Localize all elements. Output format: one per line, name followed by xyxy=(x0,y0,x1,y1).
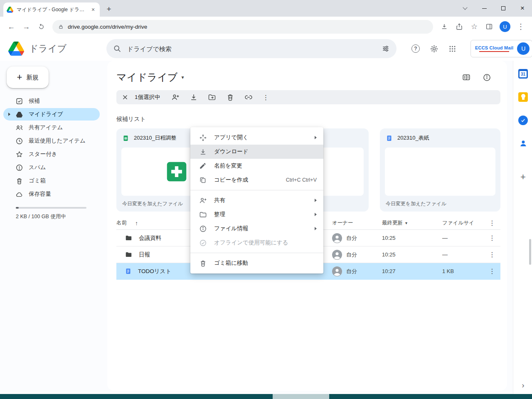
menu-item-file-info[interactable]: ファイル情報 xyxy=(190,222,323,236)
owner-avatar xyxy=(332,266,342,276)
column-header-name[interactable]: 名前 xyxy=(116,219,127,227)
sidebar-item-shared[interactable]: 共有アイテム xyxy=(3,121,100,134)
menu-item-download[interactable]: ダウンロード xyxy=(190,145,323,159)
sidebar-item-spam[interactable]: スパム xyxy=(3,161,100,174)
get-link-icon[interactable] xyxy=(244,93,253,101)
sidebar-item-trash[interactable]: ゴミ箱 xyxy=(3,175,100,187)
menu-divider xyxy=(190,253,323,253)
site-security-icon[interactable] xyxy=(58,24,64,30)
search-icon[interactable] xyxy=(113,44,121,53)
collapse-panel-icon[interactable]: › xyxy=(522,381,525,390)
sort-ascending-icon[interactable]: ↑ xyxy=(135,220,138,227)
recent-clock-icon xyxy=(15,137,23,145)
tasks-icon[interactable] xyxy=(518,116,528,125)
column-header-size[interactable]: ファイルサイ xyxy=(442,219,484,227)
file-size: — xyxy=(442,251,448,258)
menu-item-rename[interactable]: 名前を変更 xyxy=(190,159,323,173)
window-close-button[interactable]: × xyxy=(513,0,532,17)
owner-name: 自分 xyxy=(346,234,357,242)
tab-search-icon[interactable] xyxy=(456,0,475,17)
share-add-person-icon[interactable] xyxy=(171,93,180,101)
column-header-owner[interactable]: オーナー xyxy=(332,219,382,227)
expand-arrow-icon[interactable] xyxy=(8,113,10,116)
tab-title: マイドライブ - Google ドライブ xyxy=(17,6,86,13)
search-options-icon[interactable] xyxy=(382,44,390,53)
clear-selection-icon[interactable] xyxy=(121,94,129,101)
window-minimize-button[interactable] xyxy=(475,0,494,17)
drive-search-input[interactable] xyxy=(127,45,376,52)
downloads-icon[interactable] xyxy=(437,20,451,34)
reload-button[interactable] xyxy=(34,20,48,34)
row-menu-icon[interactable]: ⋮ xyxy=(484,234,500,242)
trash-icon xyxy=(199,259,207,267)
account-badge-label: ECCS Cloud Mail xyxy=(475,45,513,50)
spreadsheet-thumbnail-icon xyxy=(164,159,190,185)
apps-grid-icon[interactable] xyxy=(448,45,456,53)
context-menu: アプリで開く ダウンロード 名前を変更 コピーを作成 Ctrl+C Ctrl+V xyxy=(190,127,323,273)
move-to-folder-icon[interactable] xyxy=(208,93,216,101)
last-modified: 10:27 xyxy=(382,268,396,274)
column-header-modified[interactable]: 最終更新 ▾ xyxy=(382,219,442,227)
keep-icon[interactable] xyxy=(518,92,528,102)
drive-search-bar[interactable] xyxy=(106,39,397,58)
trash-icon xyxy=(15,177,23,185)
menu-item-open-with[interactable]: アプリで開く xyxy=(190,131,323,145)
browser-toolbar: ← → ☆ U ⋮ xyxy=(0,17,532,37)
title-dropdown-icon[interactable]: ▾ xyxy=(181,74,184,80)
menu-item-share[interactable]: 共有 xyxy=(190,193,323,207)
row-menu-icon[interactable]: ⋮ xyxy=(484,267,500,275)
sidebar-item-recent[interactable]: 最近使用したアイテム xyxy=(3,135,100,147)
sidebar-item-suggestions[interactable]: 候補 xyxy=(3,95,100,107)
more-actions-icon[interactable]: ⋮ xyxy=(263,94,269,101)
drive-brand[interactable]: ドライブ xyxy=(0,42,106,56)
taskbar-edge xyxy=(0,394,532,399)
sort-descending-icon[interactable]: ▾ xyxy=(405,221,407,225)
app-name: ドライブ xyxy=(29,42,66,55)
window-maximize-button[interactable] xyxy=(494,0,513,17)
browser-tab[interactable]: マイドライブ - Google ドライブ × xyxy=(3,2,100,17)
menu-item-organize[interactable]: 整理 xyxy=(190,207,323,222)
new-button[interactable]: + 新規 xyxy=(7,66,49,88)
side-panel-icon[interactable] xyxy=(482,20,496,34)
window-controls: × xyxy=(456,0,532,17)
sidebar-item-storage[interactable]: 保存容量 xyxy=(3,188,100,200)
share-icon[interactable] xyxy=(452,20,466,34)
owner-name: 自分 xyxy=(346,251,357,259)
sidebar-item-my-drive[interactable]: マイドライブ xyxy=(3,108,100,121)
bookmark-star-icon[interactable]: ☆ xyxy=(467,20,481,34)
sidebar-item-starred[interactable]: スター付き xyxy=(3,148,100,160)
help-icon[interactable]: ? xyxy=(411,44,420,53)
submenu-arrow-icon xyxy=(315,199,317,202)
account-badge-underline xyxy=(479,51,509,52)
submenu-arrow-icon xyxy=(315,213,317,216)
menu-item-move-to-trash[interactable]: ゴミ箱に移動 xyxy=(190,256,323,270)
submenu-arrow-icon xyxy=(315,227,317,230)
page-title[interactable]: マイドライブ ▾ xyxy=(116,71,184,84)
browser-menu-icon[interactable]: ⋮ xyxy=(514,20,528,34)
new-tab-button[interactable]: + xyxy=(103,3,115,15)
details-info-icon[interactable] xyxy=(483,73,491,82)
address-bar[interactable] xyxy=(52,20,433,34)
contacts-icon[interactable] xyxy=(519,139,528,148)
calendar-icon[interactable]: 31 xyxy=(518,69,528,79)
browser-profile-avatar[interactable]: U xyxy=(500,21,510,32)
back-button[interactable]: ← xyxy=(4,20,18,34)
delete-icon[interactable] xyxy=(226,93,234,101)
browser-tab-strip: マイドライブ - Google ドライブ × + × xyxy=(0,0,532,17)
menu-item-make-copy[interactable]: コピーを作成 Ctrl+C Ctrl+V xyxy=(190,173,323,187)
tab-close-icon[interactable]: × xyxy=(90,6,96,13)
row-menu-icon[interactable]: ⋮ xyxy=(484,251,500,259)
account-avatar[interactable]: U xyxy=(517,42,530,55)
download-icon[interactable] xyxy=(190,93,198,101)
account-badge[interactable]: ECCS Cloud Mail U xyxy=(470,40,532,57)
layout-toggle-icon[interactable] xyxy=(462,73,471,82)
add-addon-icon[interactable]: + xyxy=(520,172,526,182)
settings-gear-icon[interactable] xyxy=(430,44,438,53)
column-options-icon[interactable]: ⋮ xyxy=(484,219,500,227)
suggestion-card[interactable]: 202310_表紙 今日変更を加えたファイル xyxy=(380,128,500,212)
scrollbar-thumb[interactable] xyxy=(529,239,531,265)
browser-window: マイドライブ - Google ドライブ × + × ← → ☆ xyxy=(0,0,532,399)
forward-button[interactable]: → xyxy=(19,20,33,34)
file-size: — xyxy=(442,235,448,241)
url-input[interactable] xyxy=(68,24,427,30)
